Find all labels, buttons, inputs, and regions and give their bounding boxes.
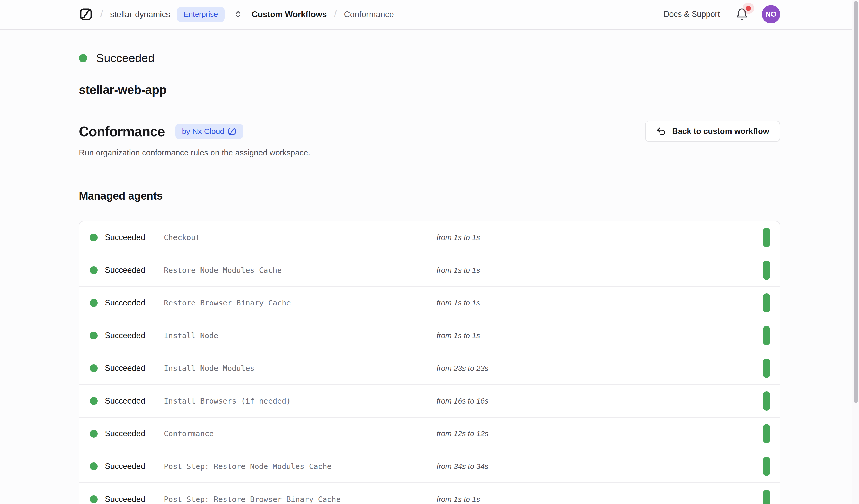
time-range: from 1s to 1s xyxy=(437,495,480,504)
agent-row[interactable]: Succeeded Conformance from 12s to 12s xyxy=(79,417,780,450)
docs-support-link[interactable]: Docs & Support xyxy=(663,10,720,19)
step-name: Install Node Modules xyxy=(164,364,437,373)
status-dot xyxy=(90,332,97,339)
row-status-group: Succeeded xyxy=(90,331,164,340)
status-label: Succeeded xyxy=(105,364,145,373)
step-name: Post Step: Restore Node Modules Cache xyxy=(164,462,437,471)
status-dot xyxy=(90,299,97,307)
time-range: from 12s to 12s xyxy=(437,429,488,438)
workflow-description: Run organization conformance rules on th… xyxy=(79,148,780,157)
breadcrumb-separator: / xyxy=(100,9,103,20)
progress-bar xyxy=(763,228,770,247)
step-name: Restore Browser Binary Cache xyxy=(164,299,437,307)
status-dot xyxy=(90,495,97,503)
chevron-up-down-icon xyxy=(233,10,243,19)
status-label: Succeeded xyxy=(105,233,145,242)
time-range: from 1s to 1s xyxy=(437,266,480,275)
step-name: Post Step: Restore Browser Binary Cache xyxy=(164,495,437,504)
time-range: from 1s to 1s xyxy=(437,332,480,340)
status-label: Succeeded xyxy=(105,462,145,471)
breadcrumb-org[interactable]: stellar-dynamics xyxy=(110,10,170,19)
managed-agents-heading: Managed agents xyxy=(79,190,780,202)
workspace-title: stellar-web-app xyxy=(79,82,780,97)
by-nx-cloud-label: by Nx Cloud xyxy=(182,127,224,136)
time-range: from 1s to 1s xyxy=(437,233,480,242)
status-dot xyxy=(90,266,97,274)
nx-cloud-logo-icon[interactable] xyxy=(79,7,93,21)
time-range: from 34s to 34s xyxy=(437,462,488,471)
scrollbar-thumb[interactable] xyxy=(854,1,858,403)
status-label: Succeeded xyxy=(105,265,145,275)
status-label: Succeeded xyxy=(105,429,145,438)
progress-bar xyxy=(763,457,770,476)
agent-row[interactable]: Succeeded Checkout from 1s to 1s xyxy=(79,222,780,254)
workflow-header: Conformance by Nx Cloud Back to custom w… xyxy=(79,121,780,142)
notification-badge xyxy=(746,6,751,11)
status-label: Succeeded xyxy=(105,495,145,504)
agent-row[interactable]: Succeeded Restore Browser Binary Cache f… xyxy=(79,287,780,320)
progress-bar xyxy=(763,359,770,378)
nav-inner: / stellar-dynamics Enterprise Custom Wor… xyxy=(79,5,780,24)
progress-bar xyxy=(763,326,770,345)
agent-row[interactable]: Succeeded Post Step: Restore Node Module… xyxy=(79,450,780,483)
agent-row[interactable]: Succeeded Install Browsers (if needed) f… xyxy=(79,385,780,417)
agent-row[interactable]: Succeeded Install Node Modules from 23s … xyxy=(79,352,780,385)
status-label: Succeeded xyxy=(96,51,154,65)
status-dot xyxy=(90,430,97,438)
time-range: from 16s to 16s xyxy=(437,397,488,406)
row-status-group: Succeeded xyxy=(90,396,164,406)
time-range: from 1s to 1s xyxy=(437,299,480,307)
progress-bar xyxy=(763,424,770,443)
row-status-group: Succeeded xyxy=(90,495,164,504)
progress-bar xyxy=(763,490,770,504)
progress-bar xyxy=(763,391,770,411)
step-name: Conformance xyxy=(164,429,437,438)
nav-right: Docs & Support NO xyxy=(663,5,780,24)
avatar[interactable]: NO xyxy=(762,5,780,24)
breadcrumb-separator: / xyxy=(334,9,337,20)
row-status-group: Succeeded xyxy=(90,462,164,471)
status-label: Succeeded xyxy=(105,331,145,340)
row-status-group: Succeeded xyxy=(90,364,164,373)
agent-row[interactable]: Succeeded Restore Node Modules Cache fro… xyxy=(79,254,780,287)
step-name: Checkout xyxy=(164,233,437,242)
breadcrumb-custom-workflows[interactable]: Custom Workflows xyxy=(252,10,327,19)
status-label: Succeeded xyxy=(105,396,145,406)
progress-bar xyxy=(763,293,770,312)
agent-row[interactable]: Succeeded Install Node from 1s to 1s xyxy=(79,320,780,352)
return-arrow-icon xyxy=(656,126,666,137)
status-dot xyxy=(90,462,97,470)
by-nx-cloud-badge[interactable]: by Nx Cloud xyxy=(175,124,243,139)
back-to-custom-workflow-button[interactable]: Back to custom workflow xyxy=(645,121,780,142)
status-dot xyxy=(90,364,97,372)
status-label: Succeeded xyxy=(105,298,145,307)
status-dot xyxy=(90,233,97,241)
agent-row[interactable]: Succeeded Post Step: Restore Browser Bin… xyxy=(79,483,780,504)
managed-agents-list: Succeeded Checkout from 1s to 1s Succeed… xyxy=(79,221,780,504)
row-status-group: Succeeded xyxy=(90,265,164,275)
run-status: Succeeded xyxy=(79,51,780,65)
nx-cloud-logo-icon xyxy=(227,127,236,136)
plan-badge: Enterprise xyxy=(177,7,225,22)
workflow-title: Conformance xyxy=(79,124,165,139)
breadcrumb-page: Conformance xyxy=(344,10,394,19)
time-range: from 23s to 23s xyxy=(437,364,488,373)
row-status-group: Succeeded xyxy=(90,298,164,307)
step-name: Install Browsers (if needed) xyxy=(164,397,437,406)
step-name: Restore Node Modules Cache xyxy=(164,266,437,275)
status-dot xyxy=(90,397,97,405)
row-status-group: Succeeded xyxy=(90,233,164,242)
main-content: Succeeded stellar-web-app Conformance by… xyxy=(79,51,780,504)
progress-bar xyxy=(763,261,770,280)
top-nav: / stellar-dynamics Enterprise Custom Wor… xyxy=(0,0,859,30)
back-button-label: Back to custom workflow xyxy=(672,127,769,136)
row-status-group: Succeeded xyxy=(90,429,164,438)
workspace-switcher-button[interactable] xyxy=(233,10,243,19)
step-name: Install Node xyxy=(164,331,437,340)
scrollbar-track[interactable] xyxy=(852,0,859,504)
status-dot xyxy=(79,54,87,62)
notifications-button[interactable] xyxy=(735,8,748,21)
